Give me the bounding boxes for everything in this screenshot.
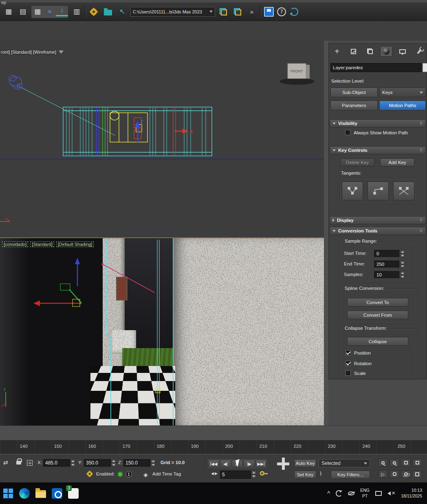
select-place-icon[interactable] — [217, 6, 229, 18]
create-tab[interactable]: + — [331, 46, 343, 57]
modify-tab[interactable] — [347, 46, 359, 57]
xref-icon[interactable]: ⇄ — [3, 459, 8, 466]
curve-editor-icon[interactable]: ≈ — [44, 6, 56, 18]
toggle-scene-explorer-icon[interactable]: ▦ — [31, 6, 44, 18]
notification-count-badge[interactable]: 7 — [277, 7, 286, 16]
front-viewport-label[interactable]: ront] [Standard] [Wireframe] — [1, 50, 64, 55]
frame-step-arrows[interactable]: ◀▶ — [211, 471, 218, 476]
samples-spinner[interactable] — [400, 271, 405, 278]
zoom-all-icon[interactable] — [390, 459, 399, 467]
frame-spinner[interactable] — [251, 471, 256, 478]
enabled-gear-icon[interactable] — [86, 471, 93, 477]
edge-taskbar-icon[interactable] — [16, 485, 33, 502]
tangent-flat-button[interactable] — [342, 182, 363, 200]
selected-filter-dropdown[interactable]: Selected — [319, 459, 370, 467]
display-tab[interactable] — [396, 46, 409, 57]
collapse-button[interactable]: Collapse — [347, 337, 408, 346]
enabled-count-badge[interactable]: 1 — [125, 471, 132, 478]
isolate-arrow-icon[interactable]: ▷ — [378, 470, 388, 478]
timeline-ruler[interactable]: 140 150 160 170 180 190 200 210 220 230 … — [0, 440, 427, 454]
export-folder-icon[interactable] — [102, 6, 114, 18]
zoom-region-icon[interactable] — [412, 459, 422, 467]
gizmo-plane-handle[interactable] — [60, 284, 70, 290]
display-rollout-header[interactable]: Display ⠿ — [330, 216, 426, 224]
layer-explorer-icon[interactable]: ▤ — [17, 6, 29, 18]
sync-icon[interactable] — [288, 6, 300, 18]
go-to-end-button[interactable]: ▶▶| — [255, 460, 266, 468]
delete-key-button[interactable]: Delete Key — [340, 158, 374, 167]
y-coord-field[interactable]: 350.0 — [84, 459, 111, 467]
outlook-taskbar-icon[interactable] — [49, 485, 65, 502]
import-shield-icon[interactable]: ↖ — [116, 6, 128, 18]
key-controls-rollout-header[interactable]: Key Controls ⠿ — [330, 146, 426, 154]
position-checkbox[interactable] — [346, 350, 351, 355]
dock-command-panel-icon[interactable]: ↓ — [56, 6, 68, 16]
volume-muted-icon[interactable]: ✕ — [387, 491, 395, 496]
tangent-none-button[interactable] — [393, 182, 414, 200]
zoom-extents-icon[interactable] — [401, 459, 411, 467]
language-indicator[interactable]: ENG PT — [360, 488, 370, 498]
samples-field[interactable]: 10 — [374, 271, 399, 278]
set-key-filters-icon[interactable]: ⌇ — [319, 471, 322, 477]
sync-tray-icon[interactable] — [336, 490, 342, 497]
persp-standard-label[interactable]: [Standard] — [30, 241, 54, 247]
save-file-icon[interactable] — [263, 6, 275, 18]
pan-plus-icon[interactable] — [277, 458, 289, 470]
rotation-checkbox[interactable] — [346, 361, 351, 366]
filter-icon[interactable] — [59, 50, 64, 54]
utilities-tab[interactable] — [413, 46, 425, 57]
clock[interactable]: 10:13 18/11/2025 — [401, 488, 422, 499]
key-mode-icon[interactable] — [260, 471, 264, 476]
start-time-spinner[interactable] — [400, 250, 405, 257]
hierarchy-tab[interactable] — [364, 46, 376, 57]
always-show-checkbox[interactable] — [345, 130, 350, 135]
persp-shading-label[interactable]: [Default Shading] — [56, 241, 94, 247]
add-time-tag-label[interactable]: Add Time Tag — [152, 471, 181, 476]
set-key-button[interactable]: Set Key — [294, 471, 316, 479]
scene-explorer-icon[interactable]: ▦ — [2, 6, 15, 18]
previous-frame-button[interactable]: ◀| — [220, 460, 231, 468]
track-bar[interactable] — [0, 425, 427, 440]
motion-tab[interactable] — [380, 46, 392, 57]
tangent-linear-button[interactable] — [368, 182, 389, 200]
end-time-field[interactable]: 250 — [374, 261, 399, 267]
absolute-mode-icon[interactable] — [27, 460, 33, 466]
app-with-badge-icon[interactable]: 3 — [65, 485, 81, 502]
tray-chevron-up-icon[interactable]: ^ — [327, 490, 330, 497]
eye-slash-icon[interactable] — [348, 491, 354, 495]
parameters-button[interactable]: Parameters — [330, 101, 378, 110]
time-tag-icon[interactable]: ◈ — [143, 471, 148, 478]
z-coord-spinner[interactable] — [151, 459, 156, 467]
keys-dropdown[interactable]: Keys — [379, 88, 426, 97]
x-coord-spinner[interactable] — [70, 459, 75, 467]
schematic-view-icon[interactable]: ▥ — [70, 6, 83, 18]
file-explorer-icon[interactable] — [33, 485, 49, 502]
front-viewport-canvas[interactable]: Z X FRONT — [0, 41, 324, 237]
project-path-dropdown[interactable]: C:\Users\201111...ts\3ds Max 2023 — [130, 7, 215, 17]
scale-checkbox[interactable] — [346, 370, 351, 376]
settings-gear-icon[interactable] — [88, 6, 100, 18]
convert-from-button[interactable]: Convert From — [347, 311, 408, 319]
layer-name-field[interactable]: Layer:paredes — [330, 63, 422, 72]
conversion-tools-rollout-header[interactable]: Conversion Tools ⠿ — [330, 227, 426, 235]
orbit-icon[interactable] — [401, 470, 411, 478]
x-coord-field[interactable]: 485.0 — [43, 459, 70, 467]
cast-display-icon[interactable] — [375, 491, 382, 496]
next-frame-button[interactable]: |▶ — [244, 460, 255, 468]
go-to-start-button[interactable]: |◀◀ — [208, 460, 219, 468]
toolbar-overflow-chevron[interactable]: » — [246, 6, 258, 18]
visibility-rollout-header[interactable]: Visibility ⠿ — [330, 119, 426, 127]
persp-viewport-label[interactable]: [convidado] [Standard] [Default Shading] — [2, 241, 94, 247]
key-filters-button[interactable]: Key Filters... — [331, 471, 370, 479]
sub-object-button[interactable]: Sub-Object — [330, 88, 378, 97]
layer-picker-button[interactable] — [423, 63, 427, 72]
convert-to-button[interactable]: Convert To — [347, 298, 408, 307]
vertex-handle[interactable] — [155, 388, 160, 393]
y-coord-spinner[interactable] — [111, 459, 116, 467]
perspective-viewport[interactable]: z [convidado] [Standard] [Default Shadin… — [0, 237, 324, 425]
start-time-field[interactable]: 0 — [374, 250, 399, 257]
current-frame-field[interactable]: 5 — [220, 471, 251, 479]
zoom-icon[interactable] — [378, 459, 388, 467]
front-viewport[interactable]: Z X FRONT ront] [Standard] [Wireframe] — [0, 41, 324, 237]
selection-lock-icon[interactable] — [16, 458, 21, 465]
